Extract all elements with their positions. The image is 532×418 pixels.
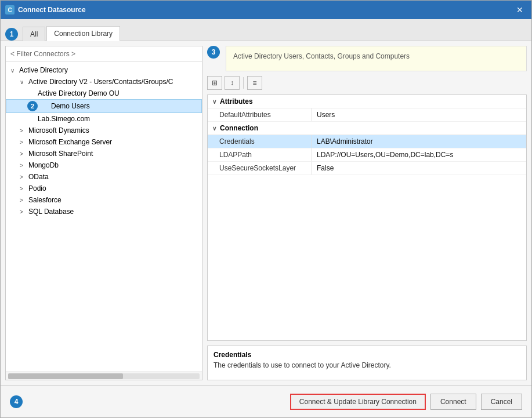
footer: 4 Connect & Update Library Connection Co… (1, 385, 531, 417)
prop-value: False (312, 162, 338, 175)
list-view-button[interactable]: ≡ (247, 76, 262, 90)
tree-item-label: Active Directory V2 - Users/Contacts/Gro… (27, 77, 175, 86)
title-bar-text: Connect Datasource (18, 6, 513, 14)
tree-item-label: Salesforce (27, 195, 63, 205)
title-bar: C Connect Datasource ✕ (1, 1, 531, 19)
step1-badge: 1 (5, 28, 18, 41)
prop-name: UseSecureSocketsLayer (208, 162, 312, 175)
toolbar-separator (243, 77, 244, 89)
tree-toggle-icon: > (17, 209, 26, 215)
tree-item-label: Microsoft Dynamics (27, 126, 91, 135)
tree-item-label: OData (27, 172, 50, 181)
tree-item-label: Demo Users (49, 101, 92, 111)
prop-row[interactable]: DefaultAttributesUsers (208, 108, 526, 122)
prop-row[interactable]: CredentialsLAB\Administrator (208, 135, 526, 148)
tree-item[interactable]: >Salesforce (6, 194, 202, 206)
tree-item-label: MongoDb (27, 161, 60, 170)
prop-name: LDAPPath (208, 148, 312, 161)
info-box: Active Directory Users, Contacts, Groups… (226, 46, 527, 71)
filter-bar[interactable]: < Filter Connectors > (6, 46, 202, 62)
step3-badge: 3 (207, 46, 220, 59)
prop-name: Credentials (208, 135, 312, 148)
connect-update-button[interactable]: Connect & Update Library Connection (290, 394, 426, 410)
connect-button[interactable]: Connect (430, 394, 476, 410)
tree-toggle-icon: > (17, 197, 26, 203)
sort-button[interactable]: ↕ (225, 76, 240, 90)
tree-item-label: Microsoft SharePoint (27, 149, 95, 158)
section-toggle-icon: ∨ (212, 125, 216, 132)
horizontal-scrollbar[interactable] (6, 372, 202, 380)
scroll-track (8, 373, 200, 379)
tree-item[interactable]: ∨Active Directory (6, 64, 202, 76)
tab-connection-library[interactable]: Connection Library (46, 26, 120, 41)
tree-item[interactable]: Active Directory Demo OU (6, 88, 202, 99)
scroll-thumb (8, 373, 123, 379)
tree-item-label: Lab.Simego.com (36, 114, 92, 123)
description-box: Credentials The credentials to use to co… (207, 346, 527, 380)
tree-item[interactable]: Lab.Simego.com (6, 113, 202, 125)
app-icon: C (5, 5, 15, 14)
grid-view-button[interactable]: ⊞ (207, 76, 222, 90)
tree-item-label: Podio (27, 184, 48, 193)
dialog-window: C Connect Datasource ✕ 1 All Connection … (0, 0, 532, 418)
tree-item-label: Microsoft Exchange Server (27, 137, 114, 147)
right-panel: 3 Active Directory Users, Contacts, Grou… (207, 46, 527, 380)
tree-item-label: SQL Database (27, 207, 75, 216)
prop-value: Users (312, 108, 339, 121)
tree-toggle-icon: > (17, 128, 26, 134)
tree-item[interactable]: >Microsoft Exchange Server (6, 136, 202, 148)
tree-item[interactable]: 2Demo Users (6, 99, 202, 113)
step2-badge: 2 (27, 101, 38, 111)
step4-badge: 4 (10, 395, 23, 408)
tree-item[interactable]: >OData (6, 171, 202, 183)
tree-item[interactable]: >SQL Database (6, 206, 202, 217)
prop-value: LAB\Administrator (312, 135, 378, 148)
prop-value: LDAP://OU=Users,OU=Demo,DC=lab,DC=s (312, 148, 458, 161)
tree-item-label: Active Directory (17, 66, 70, 75)
section-toggle-icon: ∨ (212, 99, 216, 105)
close-button[interactable]: ✕ (513, 4, 527, 16)
prop-section-header[interactable]: ∨Attributes (208, 95, 526, 108)
tree-item[interactable]: >Microsoft Dynamics (6, 125, 202, 136)
tree-toggle-icon: > (17, 162, 26, 169)
prop-row[interactable]: LDAPPathLDAP://OU=Users,OU=Demo,DC=lab,D… (208, 148, 526, 162)
toolbar-row: ⊞ ↕ ≡ (207, 76, 527, 90)
content-area: < Filter Connectors > ∨Active Directory∨… (1, 41, 531, 385)
cancel-button[interactable]: Cancel (481, 394, 522, 410)
prop-name: DefaultAttributes (208, 108, 312, 121)
tree-area[interactable]: ∨Active Directory∨Active Directory V2 - … (6, 62, 202, 372)
tree-toggle-icon: ∨ (17, 79, 26, 85)
section-label: Connection (220, 124, 258, 132)
tree-item[interactable]: >MongoDb (6, 159, 202, 171)
description-title: Credentials (213, 351, 520, 359)
description-text: The credentials to use to connect to you… (213, 361, 520, 369)
tree-toggle-icon: > (17, 151, 26, 157)
left-panel: < Filter Connectors > ∨Active Directory∨… (5, 46, 202, 380)
tab-all[interactable]: All (23, 27, 45, 41)
tree-item[interactable]: >Podio (6, 183, 202, 194)
properties-table: ∨AttributesDefaultAttributesUsers∨Connec… (207, 94, 527, 341)
tree-toggle-icon: > (17, 139, 26, 146)
tree-item[interactable]: ∨Active Directory V2 - Users/Contacts/Gr… (6, 76, 202, 88)
tree-toggle-icon: > (17, 174, 26, 180)
tree-item[interactable]: >Microsoft SharePoint (6, 148, 202, 159)
tabs-row: 1 All Connection Library (1, 19, 531, 41)
tree-toggle-icon: > (17, 186, 26, 192)
prop-row[interactable]: UseSecureSocketsLayerFalse (208, 162, 526, 175)
tree-item-label: Active Directory Demo OU (36, 89, 121, 98)
section-label: Attributes (220, 97, 253, 106)
prop-section-header[interactable]: ∨Connection (208, 122, 526, 135)
tree-toggle-icon: ∨ (8, 67, 16, 74)
